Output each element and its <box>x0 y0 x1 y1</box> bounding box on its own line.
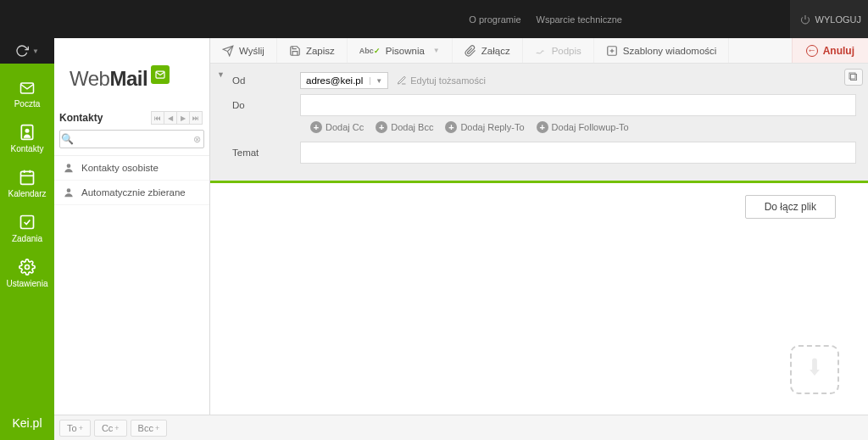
next-page-button[interactable]: ▶ <box>176 111 190 125</box>
plus-icon: + <box>445 121 457 133</box>
top-links: O programie Wsparcie techniczne <box>469 14 622 25</box>
search-input[interactable] <box>74 131 191 147</box>
toolbar-label: Podpis <box>552 46 581 56</box>
support-link[interactable]: Wsparcie techniczne <box>537 14 623 25</box>
power-icon <box>800 14 810 25</box>
paperclip-icon <box>465 45 476 57</box>
sidebar-item-tasks[interactable]: Zadania <box>0 205 54 250</box>
add-recipient-links: +Dodaj Cc +Dodaj Bcc +Dodaj Reply-To +Do… <box>310 121 856 133</box>
add-followup-link[interactable]: +Dodaj Followup-To <box>537 121 629 133</box>
edit-icon <box>397 75 407 86</box>
refresh-icon[interactable] <box>15 44 29 58</box>
contact-group-label: Automatycznie zbierane <box>81 187 186 198</box>
search-icon: 🔍 <box>60 133 74 145</box>
toolbar-label: Szablony wiadomości <box>623 46 717 56</box>
cancel-label: Anuluj <box>823 45 854 57</box>
logo-text: WebMail <box>70 67 147 91</box>
cancel-icon: ← <box>806 45 818 57</box>
chevron-down-icon: ▼ <box>370 77 382 85</box>
svg-point-12 <box>25 265 30 270</box>
from-row: Od adres@kei.pl ▼ Edytuj tożsamości <box>222 72 856 89</box>
spellcheck-button[interactable]: Abc✓ Pisownia ▼ <box>348 38 453 63</box>
popout-button[interactable] <box>844 69 863 86</box>
collapse-toggle[interactable]: ▼ <box>217 70 225 79</box>
edit-identities-link[interactable]: Edytuj tożsamości <box>397 75 486 86</box>
contact-group-label: Kontakty osobiste <box>81 163 159 173</box>
first-page-button[interactable]: ⏮ <box>151 111 164 125</box>
save-icon <box>289 45 301 57</box>
sidebar-item-label: Poczta <box>14 99 41 109</box>
brand-footer: Kei.pl <box>0 406 54 440</box>
send-button[interactable]: Wyślij <box>210 38 277 63</box>
toolbar-label: Pisownia <box>386 46 425 56</box>
add-to-button[interactable]: To+ <box>59 420 91 437</box>
logo-icon <box>151 65 170 84</box>
search-box: 🔍 ⊗ <box>59 130 204 148</box>
toolbar-label: Zapisz <box>306 46 335 56</box>
logout-label: WYLOGUJ <box>815 14 861 25</box>
save-button[interactable]: Zapisz <box>277 38 348 63</box>
last-page-button[interactable]: ⏭ <box>189 111 203 125</box>
sidebar-item-contacts[interactable]: Kontakty <box>0 115 54 160</box>
subject-input[interactable] <box>300 142 856 164</box>
template-icon <box>606 45 618 57</box>
person-icon <box>63 187 75 198</box>
toolbar-label: Załącz <box>481 46 510 56</box>
chevron-down-icon[interactable]: ▼ <box>433 47 440 54</box>
add-replyto-link[interactable]: +Dodaj Reply-To <box>445 121 524 133</box>
contacts-panel: WebMail Kontakty ⏮ ◀ ▶ ⏭ 🔍 ⊗ Kontakty os… <box>54 38 210 415</box>
sidebar-item-mail[interactable]: Poczta <box>0 72 54 115</box>
top-bar: O programie Wsparcie techniczne WYLOGUJ <box>0 0 868 38</box>
gear-icon <box>19 259 36 276</box>
attach-button[interactable]: Załącz <box>453 38 523 63</box>
from-label: Od <box>222 75 300 86</box>
svg-rect-11 <box>21 216 34 229</box>
main-sidebar: Poczta Kontakty Kalendarz Zadania Ustawi… <box>0 64 54 440</box>
plus-icon: + <box>310 121 322 133</box>
from-value: adres@kei.pl <box>306 75 363 86</box>
calendar-icon <box>19 169 36 186</box>
to-input[interactable] <box>300 94 856 116</box>
subject-row: Temat <box>222 142 856 164</box>
subject-label: Temat <box>222 148 300 158</box>
contact-group-auto[interactable]: Automatycznie zbierane <box>54 181 209 205</box>
sidebar-item-settings[interactable]: Ustawienia <box>0 250 54 295</box>
sidebar-item-calendar[interactable]: Kalendarz <box>0 160 54 205</box>
dropzone[interactable] <box>790 345 839 394</box>
svg-point-14 <box>67 164 71 168</box>
bottom-bar: To+ Cc+ Bcc+ <box>54 415 868 440</box>
send-icon <box>222 45 234 57</box>
compose-area: Wyślij Zapisz Abc✓ Pisownia ▼ Załącz Pod… <box>210 38 868 415</box>
contacts-nav: ⏮ ◀ ▶ ⏭ <box>152 111 203 125</box>
signature-button[interactable]: Podpis <box>523 38 594 63</box>
compose-toolbar: Wyślij Zapisz Abc✓ Pisownia ▼ Załącz Pod… <box>210 38 868 64</box>
cancel-button[interactable]: ← Anuluj <box>792 38 868 63</box>
edit-identities-label: Edytuj tożsamości <box>410 75 486 86</box>
toolbar-label: Wyślij <box>239 46 264 56</box>
plus-icon: + <box>537 121 548 133</box>
to-label: Do <box>222 100 300 110</box>
templates-button[interactable]: Szablony wiadomości <box>594 38 730 63</box>
popout-icon <box>849 72 859 82</box>
dark-corner <box>0 0 54 38</box>
about-link[interactable]: O programie <box>469 14 520 25</box>
contacts-icon <box>19 124 36 141</box>
refresh-dd[interactable]: ▼ <box>32 47 39 55</box>
refresh-strip: ▼ <box>0 38 54 64</box>
download-icon <box>803 358 826 382</box>
message-body[interactable]: Do łącz plik <box>210 183 868 415</box>
add-bcc-button[interactable]: Bcc+ <box>131 420 168 437</box>
add-cc-button[interactable]: Cc+ <box>94 420 127 437</box>
spell-icon: Abc✓ <box>359 47 381 55</box>
prev-page-button[interactable]: ◀ <box>164 111 177 125</box>
contact-group-personal[interactable]: Kontakty osobiste <box>54 156 209 181</box>
add-bcc-link[interactable]: +Dodaj Bcc <box>376 121 433 133</box>
attach-file-button[interactable]: Do łącz plik <box>745 195 836 219</box>
svg-marker-23 <box>810 370 820 376</box>
contacts-header: Kontakty ⏮ ◀ ▶ ⏭ <box>54 111 209 130</box>
from-select[interactable]: adres@kei.pl ▼ <box>300 72 388 89</box>
plus-icon: + <box>376 121 387 133</box>
clear-search-button[interactable]: ⊗ <box>191 134 203 145</box>
add-cc-link[interactable]: +Dodaj Cc <box>310 121 364 133</box>
logout-button[interactable]: WYLOGUJ <box>790 0 868 38</box>
